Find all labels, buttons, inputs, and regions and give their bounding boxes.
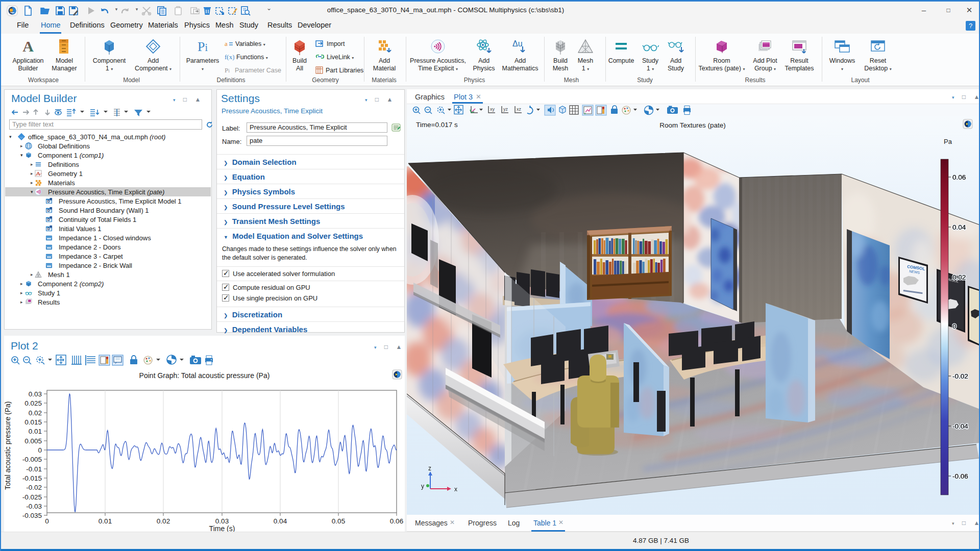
svg-text:0.01: 0.01 — [29, 428, 42, 435]
svg-text:0: 0 — [45, 517, 49, 525]
svg-text:-0.04: -0.04 — [952, 422, 968, 430]
svg-text:-0.005: -0.005 — [22, 456, 42, 463]
svg-text:0.02: 0.02 — [952, 273, 966, 281]
svg-text:0: 0 — [952, 322, 957, 330]
svg-text:0.03: 0.03 — [29, 390, 42, 398]
svg-text:-0.025: -0.025 — [22, 493, 42, 501]
svg-text:0.005: 0.005 — [24, 437, 42, 445]
svg-text:A: A — [22, 38, 34, 55]
svg-text:x: x — [454, 486, 457, 493]
svg-text:-0.02: -0.02 — [26, 484, 42, 491]
svg-text:0.02: 0.02 — [29, 409, 42, 417]
svg-text:y: y — [421, 483, 424, 490]
svg-text:0.025: 0.025 — [24, 399, 42, 407]
svg-text:xy: xy — [490, 107, 495, 112]
svg-text:-0.015: -0.015 — [22, 474, 42, 482]
svg-text:0.06: 0.06 — [390, 517, 403, 525]
svg-text:yz: yz — [503, 107, 508, 112]
svg-text:0.015: 0.015 — [24, 418, 42, 426]
svg-text:D: D — [47, 199, 50, 203]
svg-text:Δu: Δu — [512, 39, 523, 48]
svg-text:a: a — [225, 40, 228, 47]
svg-text:Pi: Pi — [225, 66, 230, 74]
svg-text:D: D — [47, 209, 50, 212]
svg-text:z: z — [428, 465, 431, 472]
svg-text:D: D — [47, 227, 50, 231]
svg-text:-0.03: -0.03 — [26, 503, 42, 510]
svg-text:0.02: 0.02 — [157, 517, 170, 525]
svg-text:0.04: 0.04 — [274, 517, 287, 525]
svg-text:D: D — [47, 218, 50, 221]
svg-text:Total acoustic pressure (Pa): Total acoustic pressure (Pa) — [4, 401, 12, 490]
svg-text:-0.035: -0.035 — [22, 512, 42, 519]
svg-text:-0.01: -0.01 — [26, 465, 42, 473]
svg-text:-0.06: -0.06 — [952, 472, 968, 480]
svg-text:0.06: 0.06 — [952, 173, 966, 181]
svg-text:f(x): f(x) — [225, 53, 234, 61]
svg-text:xz: xz — [517, 107, 522, 112]
svg-text:0: 0 — [38, 446, 42, 454]
svg-text:0.03: 0.03 — [215, 517, 229, 525]
svg-text:-0.02: -0.02 — [952, 372, 968, 380]
svg-text:0.01: 0.01 — [99, 517, 112, 525]
svg-text:Pi: Pi — [198, 39, 208, 54]
svg-text:0.04: 0.04 — [952, 223, 966, 231]
svg-text:0.05: 0.05 — [332, 517, 345, 525]
